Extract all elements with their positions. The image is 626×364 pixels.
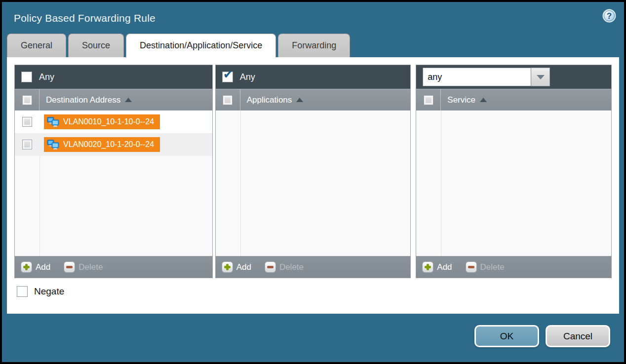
address-object-label: VLAN0020_10-1-20-0--24 — [63, 140, 154, 149]
help-icon: ? — [602, 9, 616, 23]
ok-button[interactable]: OK — [474, 325, 539, 347]
add-icon[interactable] — [422, 261, 433, 273]
service-header-label: Service — [447, 95, 475, 105]
service-type-dropdown[interactable]: any — [423, 68, 550, 86]
help-button[interactable]: ? — [602, 9, 616, 23]
applications-column-header[interactable]: Applications — [216, 89, 411, 110]
address-object-chip[interactable]: VLAN0010_10-1-10-0--24 — [44, 114, 160, 129]
destination-footer: Add Delete — [15, 256, 212, 278]
applications-any-bar: Any — [216, 65, 411, 89]
destination-list: VLAN0010_10-1-10-0--24 VLAN0020_10-1-20-… — [15, 110, 212, 256]
row-checkbox[interactable] — [22, 140, 32, 149]
delete-icon[interactable] — [466, 261, 477, 273]
applications-any-label: Any — [240, 72, 255, 82]
tab-bar: General Source Destination/Application/S… — [7, 34, 624, 57]
service-dropdown-value[interactable]: any — [423, 68, 531, 86]
address-object-label: VLAN0010_10-1-10-0--24 — [63, 117, 154, 126]
destination-any-bar: Any — [15, 65, 212, 89]
service-delete-button[interactable]: Delete — [480, 262, 505, 272]
add-icon[interactable] — [222, 261, 233, 273]
destination-select-all-checkbox[interactable] — [22, 95, 32, 105]
add-icon[interactable] — [21, 261, 32, 273]
service-footer: Add Delete — [416, 256, 611, 278]
applications-header-label: Applications — [247, 95, 292, 105]
negate-checkbox[interactable] — [17, 286, 28, 297]
address-object-chip[interactable]: VLAN0020_10-1-20-0--24 — [44, 137, 160, 152]
service-column-header[interactable]: Service — [416, 89, 611, 110]
service-select-all-checkbox[interactable] — [424, 95, 433, 105]
applications-delete-button[interactable]: Delete — [279, 262, 304, 272]
sort-ascending-icon — [125, 98, 132, 102]
delete-icon[interactable] — [265, 261, 276, 273]
destination-address-column: Any Destination Address VLAN0010_10-1-10 — [14, 65, 213, 278]
destination-any-label: Any — [39, 72, 54, 82]
tab-general[interactable]: General — [7, 34, 66, 57]
dialog-footer: OK Cancel — [2, 313, 624, 362]
applications-list — [216, 110, 411, 256]
table-row: VLAN0010_10-1-10-0--24 — [15, 110, 212, 133]
page-title: Policy Based Forwarding Rule — [2, 2, 624, 24]
tab-content-panel: Any Destination Address VLAN0010_10-1-10 — [7, 57, 619, 314]
svg-text:?: ? — [607, 11, 612, 21]
destination-header-label: Destination Address — [46, 95, 120, 105]
tab-destination-application-service[interactable]: Destination/Application/Service — [126, 34, 276, 58]
network-computers-icon — [47, 140, 60, 150]
applications-select-all-checkbox[interactable] — [223, 95, 233, 105]
tab-forwarding[interactable]: Forwarding — [278, 34, 350, 57]
row-checkbox[interactable] — [22, 117, 32, 127]
delete-icon[interactable] — [64, 261, 75, 273]
destination-any-checkbox[interactable] — [21, 72, 32, 82]
sort-ascending-icon — [480, 98, 487, 102]
destination-add-button[interactable]: Add — [36, 262, 50, 272]
service-add-button[interactable]: Add — [437, 262, 452, 272]
network-computers-icon — [47, 117, 60, 127]
destination-delete-button[interactable]: Delete — [78, 262, 103, 272]
destination-column-header[interactable]: Destination Address — [15, 89, 212, 110]
service-any-bar: any — [416, 65, 611, 89]
applications-any-checkbox[interactable] — [222, 72, 233, 82]
chevron-down-icon — [537, 75, 545, 79]
table-row: VLAN0020_10-1-20-0--24 — [15, 133, 212, 156]
applications-add-button[interactable]: Add — [236, 262, 251, 272]
service-column: any Service Add Delete — [416, 65, 612, 278]
service-list — [416, 110, 611, 256]
applications-footer: Add Delete — [216, 256, 411, 278]
negate-row: Negate — [17, 286, 619, 297]
dialog-titlebar: Policy Based Forwarding Rule ? — [2, 2, 624, 34]
dropdown-button[interactable] — [531, 68, 550, 86]
tab-source[interactable]: Source — [68, 34, 124, 57]
cancel-button[interactable]: Cancel — [546, 325, 610, 347]
negate-label: Negate — [34, 286, 64, 297]
applications-column: Any Applications Add Delete — [215, 65, 411, 278]
sort-ascending-icon — [296, 98, 303, 102]
columns-container: Any Destination Address VLAN0010_10-1-10 — [7, 57, 619, 278]
